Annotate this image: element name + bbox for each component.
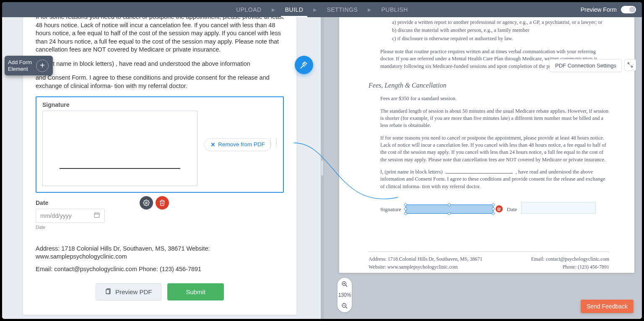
preview-form-label: Preview Form (581, 6, 617, 13)
collapse-pane-button[interactable] (624, 59, 636, 71)
add-element-label-1: Add Form (8, 59, 32, 66)
pdf-footer-email: Email: contact@psychologyclinic.com (531, 256, 609, 262)
nav-publish[interactable]: PUBLISH (377, 2, 412, 17)
signature-field-selected[interactable]: Signature ✕ Remove from PDF ⋮⋮⋮⋮⋮⋮ (36, 96, 284, 193)
pdf-bullet-a: a) provide a written report to another p… (392, 19, 609, 26)
main-area: If for some reasons you need to cancel o… (2, 17, 642, 319)
signature-canvas[interactable] (42, 111, 197, 186)
chevron-right-icon: ▶ (313, 7, 317, 13)
preview-form-toggle[interactable] (621, 6, 636, 13)
date-input[interactable]: mm/dd/yyyy (36, 209, 105, 223)
pdf-date-field[interactable] (521, 202, 596, 214)
nav-settings[interactable]: SETTINGS (322, 2, 362, 17)
submit-button[interactable]: Submit (167, 283, 224, 300)
date-helper-text: Date (36, 225, 284, 230)
nav-build[interactable]: BUILD (281, 2, 308, 17)
close-icon: ✕ (210, 141, 216, 148)
field-settings-button[interactable] (140, 196, 153, 210)
signature-line (60, 168, 180, 169)
print-name-text: I, (print name in block letters) , have … (36, 60, 284, 68)
pdf-footer-address: Address: 1718 Colonial Hills Dr, Southav… (369, 256, 483, 262)
name-blank-line (446, 173, 513, 173)
pdf-field-delete-button[interactable] (496, 205, 503, 212)
svg-line-15 (631, 65, 632, 67)
svg-point-0 (145, 202, 147, 204)
chevron-right-icon: ▶ (272, 7, 275, 13)
pdf-bullet-b: b) discuss the material with another per… (392, 27, 609, 34)
pdf-signature-field[interactable] (405, 205, 493, 214)
svg-line-12 (345, 307, 347, 308)
pdf-footer-phone: Phone: (123) 456-7891 (531, 264, 609, 270)
nav-upload[interactable]: UPLOAD (232, 2, 266, 17)
zoom-controls: 130% (338, 278, 352, 312)
conditions-button[interactable] (295, 56, 313, 74)
pdf-length: The standard length of session is about … (380, 108, 609, 129)
zoom-in-button[interactable] (338, 278, 352, 290)
pdf-signature-label: Signature (380, 206, 401, 214)
field-delete-button[interactable] (156, 196, 169, 210)
top-nav: UPLOAD ▶ BUILD ▶ SETTINGS ▶ PUBLISH (232, 2, 412, 17)
pdf-bullet-c: c) if disclosure is otherwise required o… (392, 35, 609, 42)
pdf-date-label: Date (507, 206, 517, 214)
zoom-level-label: 130% (338, 290, 352, 300)
plus-icon: + (36, 60, 49, 72)
pdf-footer-website: Website: www.samplepsychologyclinic.com (369, 264, 483, 270)
app-shell: UPLOAD ▶ BUILD ▶ SETTINGS ▶ PUBLISH Prev… (2, 2, 642, 319)
calendar-icon (93, 212, 100, 220)
date-field-block: Date mm/dd/yyyy Date (36, 199, 284, 230)
send-feedback-button[interactable]: Send Feedback (581, 300, 634, 313)
svg-line-14 (628, 63, 630, 65)
email-phone-line: Email: contact@psychologyclinic.com Phon… (36, 265, 284, 274)
cancel-policy-text: If for some reasons you need to cancel o… (36, 17, 284, 54)
preview-pdf-button[interactable]: Preview PDF (96, 283, 162, 300)
address-line: Address: 1718 Colonial Hills Dr, Southav… (36, 245, 284, 261)
pdf-fees: Fees are $350 for a standard session. (380, 95, 609, 102)
pdf-connection-settings-button[interactable]: PDF Connection Settings (550, 59, 622, 72)
svg-rect-1 (94, 213, 99, 217)
add-element-label-2: Element (8, 66, 32, 72)
drag-handle-icon[interactable]: ⋮⋮⋮⋮⋮⋮ (268, 139, 280, 147)
pane-splitter[interactable] (321, 17, 324, 319)
remove-from-pdf-label: Remove from PDF (218, 141, 265, 148)
add-form-element-button[interactable]: Add Form Element + (5, 56, 53, 75)
top-bar: UPLOAD ▶ BUILD ▶ SETTINGS ▶ PUBLISH Prev… (2, 2, 642, 17)
submit-label: Submit (186, 288, 205, 295)
signature-label: Signature (42, 101, 277, 108)
svg-line-8 (345, 285, 347, 287)
form-card: If for some reasons you need to cancel o… (23, 17, 296, 315)
remove-from-pdf-button[interactable]: ✕ Remove from PDF (204, 138, 271, 151)
pdf-page: a) provide a written report to another p… (339, 17, 634, 273)
date-placeholder: mm/dd/yyyy (40, 212, 72, 219)
consent-text: and Consent Form. I agree to these condi… (36, 74, 284, 90)
pdf-consent: I, (print name in block letters) , have … (380, 168, 609, 190)
chevron-right-icon: ▶ (368, 7, 371, 13)
document-icon (105, 288, 112, 296)
zoom-out-button[interactable] (338, 300, 352, 312)
svg-rect-6 (106, 290, 109, 294)
pdf-cancel: If for some reasons you need to cancel o… (380, 135, 609, 163)
pdf-section-title: Fees, Length & Cancellation (369, 82, 609, 89)
preview-pdf-label: Preview PDF (115, 288, 152, 295)
